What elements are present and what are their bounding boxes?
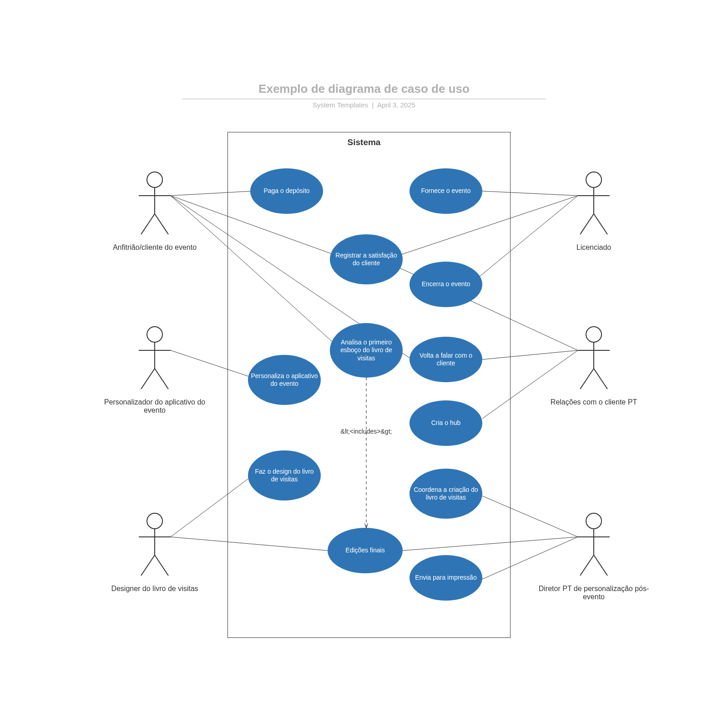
usecase-encerra: Encerra o evento: [410, 262, 482, 307]
svg-line-29: [594, 555, 607, 576]
usecase-envia: Envia para impressão: [410, 555, 482, 601]
usecase-personaliza: Personaliza o aplicativo do evento: [248, 355, 321, 405]
svg-point-0: [147, 172, 162, 187]
actor-designer-icon: [139, 513, 171, 576]
usecase-paga: Paga o depósito: [250, 168, 323, 214]
usecase-coordena: Coordena a criação do livro de visitas: [410, 469, 482, 519]
actor-relacoes-icon: [578, 327, 610, 389]
subtitle-right: April 3, 2025: [377, 101, 415, 109]
actor-designer-label: Designer do livro de visitas: [98, 585, 212, 593]
actor-diretor-icon: [578, 513, 610, 576]
actor-relacoes-label: Relações com o cliente PT: [537, 398, 651, 406]
diagram-canvas: Exemplo de diagrama de caso de uso Syste…: [0, 0, 728, 728]
svg-line-13: [141, 555, 155, 576]
actor-licenciado-icon: [578, 172, 610, 234]
svg-line-14: [155, 555, 168, 576]
svg-point-10: [147, 513, 162, 529]
actor-personalizador-label: Personalizador do aplicativo do evento: [98, 398, 212, 415]
actor-anfitriao-icon: [139, 172, 171, 234]
actor-anfitriao-label: Anfitrião/cliente do evento: [98, 243, 212, 252]
actor-diretor-label: Diretor PT de personalização pós-evento: [537, 585, 651, 601]
svg-line-24: [594, 369, 607, 389]
svg-line-18: [580, 214, 594, 234]
subtitle-left: System Templates: [313, 101, 368, 109]
subtitle-sep: |: [372, 101, 374, 109]
usecase-edicoes: Edições finais: [328, 528, 403, 573]
usecase-registrar: Registrar a satisfação do cliente: [330, 234, 403, 284]
svg-line-3: [141, 214, 155, 234]
svg-point-25: [586, 513, 602, 529]
svg-line-8: [141, 369, 155, 389]
usecase-volta: Volta a falar com o cliente: [410, 337, 482, 382]
diagram-subtitle: System Templates | April 3, 2025: [0, 101, 728, 109]
svg-line-9: [155, 369, 168, 389]
actor-licenciado-label: Licenciado: [537, 243, 651, 252]
usecase-design: Faz o design do livro de visitas: [248, 450, 321, 500]
svg-point-5: [147, 327, 162, 342]
svg-line-4: [155, 214, 168, 234]
diagram-title: Exemplo de diagrama de caso de uso: [182, 82, 546, 99]
svg-point-15: [586, 172, 602, 187]
svg-line-19: [594, 214, 607, 234]
svg-line-28: [580, 555, 594, 576]
usecase-fornece: Fornece o evento: [410, 168, 482, 214]
actor-personalizador-icon: [139, 327, 171, 389]
svg-point-20: [586, 327, 602, 342]
system-label: Sistema: [0, 137, 728, 147]
usecase-criahub: Cria o hub: [410, 400, 482, 446]
svg-line-23: [580, 369, 594, 389]
usecase-analisa: Analisa o primeiro esboço do livro de vi…: [330, 323, 403, 378]
includes-label: &lt;<includes>&gt;: [341, 428, 392, 435]
